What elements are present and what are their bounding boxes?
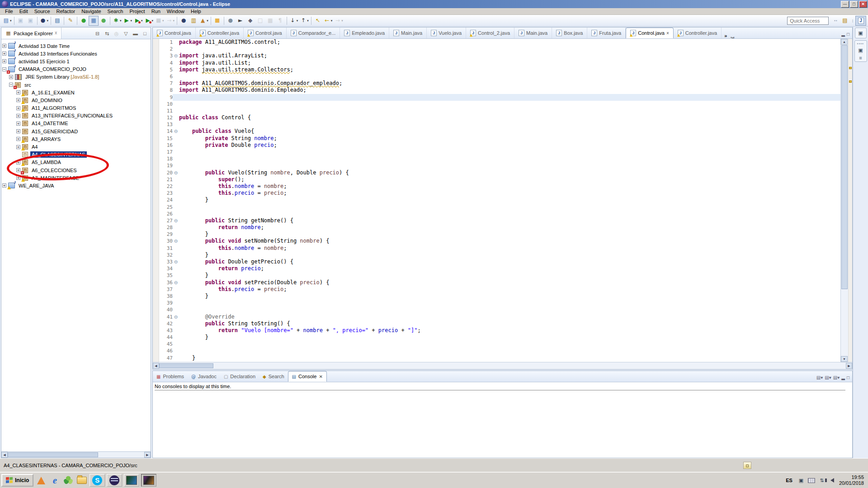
java-editor-pencil-button[interactable]: ✎ [66,16,75,26]
code-line[interactable]: 37 this.precio = precio; [159,286,840,293]
menu-project[interactable]: Project [126,8,148,14]
tray-keyboard-icon[interactable] [808,477,815,483]
window-grid-button[interactable]: ▦ [89,16,99,26]
code-line[interactable]: 19 [159,162,840,169]
previous-annotation-button[interactable]: ↑▾ [299,16,310,26]
maximize-view-button[interactable]: □ [141,29,149,38]
tray-updown-icon[interactable]: ⇅ [818,477,826,483]
refactor-button[interactable]: ◆ [245,16,255,26]
show-table-button[interactable]: ▦ [265,16,275,26]
menu-refactor[interactable]: Refactor [53,8,79,14]
menu-edit[interactable]: Edit [16,8,31,14]
more-tabs-indicator[interactable]: »26 [724,33,733,38]
focus-on-task-button[interactable]: ◎ [112,29,121,38]
console-tab-search[interactable]: ◆Search [259,371,288,382]
tree-item-a-16-e1-examen[interactable]: +A_16.E1_EXAMEN [1,89,151,96]
fold-collapse-icon[interactable]: ⊖ [173,314,179,320]
menu-file[interactable]: File [2,8,16,14]
code-line[interactable]: 44 } [159,334,840,341]
expand-icon[interactable]: + [16,90,20,94]
expand-icon[interactable]: + [2,44,6,48]
next-match-button[interactable]: ► [236,16,245,26]
code-line[interactable]: 12public class Control { [159,114,840,121]
editor-tab-main-java[interactable]: JMain.java [514,28,552,38]
tree-item-a15-genericidad[interactable]: +A15_GENERICIDAD [1,127,151,135]
open-file-folder-button[interactable]: ■ [212,16,222,26]
drag-handle[interactable]: ▪▪▪▪ [857,42,864,46]
package-explorer-hscrollbar[interactable]: ◀ ▶ [1,451,151,458]
tree-item-a14-datetime[interactable]: +A14_DATETIME [1,120,151,127]
expand-icon[interactable]: + [16,168,20,172]
code-area[interactable]: 1package A11_ALGORITMOS.control;23⊖impor… [159,39,840,362]
photo-app-icon[interactable] [62,474,74,486]
expand-icon[interactable]: + [16,106,20,110]
display-selected-console-button[interactable]: ▤▾ [825,375,831,380]
code-line[interactable]: 38 } [159,293,840,300]
spring-leaf-button[interactable]: ● [99,16,108,26]
language-indicator[interactable]: ES [784,477,794,484]
console-tab-declaration[interactable]: ▢Declaration [220,371,259,382]
collapse-icon[interactable]: − [9,83,13,87]
profile-button[interactable]: ▶▾ [144,16,155,26]
code-line[interactable]: 13 [159,121,840,128]
fold-collapse-icon[interactable]: ⊖ [173,128,179,135]
code-line[interactable]: 15 private String nombre; [159,135,840,142]
file-explorer-icon[interactable] [76,474,88,486]
close-button[interactable]: ✕ [859,1,867,8]
code-line[interactable]: 3⊖import java.util.ArrayList; [159,52,840,59]
code-line[interactable]: 45 [159,341,840,347]
outline-view-button[interactable]: ≡ [859,55,862,61]
app-window-1-button[interactable] [124,474,139,487]
hscroll-thumb[interactable] [159,363,213,368]
maximize-editor-button[interactable]: □ [847,32,849,37]
stop-button[interactable]: ■▾ [154,16,165,26]
copy-docs-button[interactable]: □ [255,16,265,26]
code-line[interactable]: 10 [159,101,840,108]
open-task-button[interactable]: ●▾ [39,16,50,26]
status-notification-icon[interactable]: ◘ [743,462,751,469]
last-edit-location-button[interactable]: ↖ [313,16,323,26]
editor-vscrollbar[interactable]: ▲ ▼ [840,39,848,362]
code-line[interactable]: 24 } [159,197,840,203]
open-resource-button[interactable]: ▥ [189,16,198,26]
tree-item-a11-algoritmos[interactable]: +A11_ALGORITMOS [1,104,151,112]
fold-collapse-icon[interactable]: ⊖ [173,238,179,244]
overview-warning-mark[interactable] [849,80,852,83]
editor-tab-controller-java[interactable]: JController.java [674,28,722,38]
code-line[interactable]: 9 [159,94,840,101]
scroll-left-arrow[interactable]: ◀ [153,363,159,369]
expand-icon[interactable]: + [2,59,6,63]
coverage-button[interactable]: ▶▾ [133,16,144,26]
code-line[interactable]: 46 [159,347,840,354]
editor-hscrollbar[interactable]: ◀ ▶ [153,362,852,369]
code-line[interactable]: 30⊖ public void setNombre(String nombre)… [159,238,840,244]
editor-tab-vuelo-java[interactable]: JVuelo.java [427,28,466,38]
expand-icon[interactable]: + [2,52,6,56]
save-all-button[interactable]: ▣ [26,16,36,26]
code-line[interactable]: 29 } [159,231,840,238]
tree-item-a13-interfaces-funcionales[interactable]: +A13_INTERFACES_FUNCIONALES [1,112,151,120]
editor-tab-empleado-java[interactable]: JEmpleado.java [340,28,389,38]
tray-monitor-icon[interactable]: ▣ [797,477,805,483]
expand-icon[interactable]: + [16,160,20,164]
close-tab-icon[interactable]: ✕ [319,374,322,379]
next-annotation-button[interactable]: ↓▾ [288,16,299,26]
expand-icon[interactable]: + [16,137,20,141]
tree-item-actividad-15-ejercicio-1[interactable]: +actividad 15 Ejercicio 1 [1,57,151,65]
minimize-view-button[interactable]: ▬ [131,29,140,38]
tree-item-a7-mapinterface[interactable]: +A7_MAPINTERFACE [1,174,151,182]
code-line[interactable]: 22 this.nombre = nombre; [159,183,840,190]
code-line[interactable]: 36⊖ public void setPrecio(Double precio)… [159,279,840,286]
save-button[interactable]: ▣ [16,16,26,26]
console-tab-javadoc[interactable]: @Javadoc [188,371,220,382]
fold-collapse-icon[interactable]: ⊖ [173,52,179,59]
overview-ruler[interactable] [848,39,852,362]
fold-collapse-icon[interactable]: ⊖ [173,169,179,176]
code-line[interactable]: 26 [159,211,840,217]
expand-icon[interactable]: + [9,75,13,79]
code-line[interactable]: 33⊖ public Double getPrecio() { [159,258,840,265]
pin-console-button[interactable]: ▤▾ [816,375,823,380]
code-line[interactable]: 39 [159,300,840,306]
code-line[interactable]: 31 this.nombre = nombre; [159,245,840,252]
java-perspective-button[interactable]: J [855,16,866,26]
